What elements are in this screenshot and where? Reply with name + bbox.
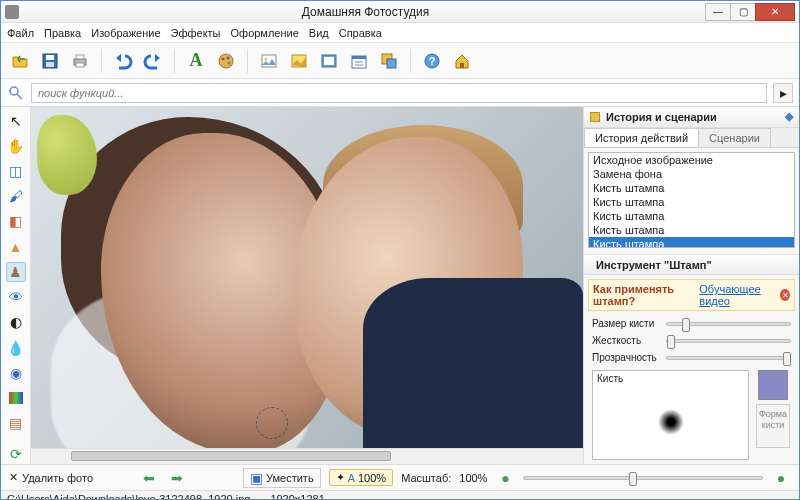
paint-tool[interactable]: ▲ <box>6 237 26 256</box>
photo-image <box>31 107 583 448</box>
history-item[interactable]: Кисть штампа <box>589 181 794 195</box>
palette-button[interactable] <box>213 48 239 74</box>
layers-tool[interactable]: ▤ <box>6 414 26 433</box>
history-icon <box>590 112 600 122</box>
close-button[interactable]: ✕ <box>755 3 795 21</box>
svg-line-25 <box>17 94 22 99</box>
calendar-button[interactable] <box>346 48 372 74</box>
brush-tool[interactable]: 🖌 <box>6 187 26 206</box>
svg-point-6 <box>219 54 233 68</box>
svg-point-9 <box>228 61 231 64</box>
svg-rect-4 <box>76 55 84 59</box>
wand-icon: ✦ <box>336 471 345 484</box>
window-title: Домашняя Фотостудия <box>25 5 706 19</box>
svg-point-8 <box>227 56 230 59</box>
brush-preview: Кисть <box>592 370 749 460</box>
refresh-tool[interactable]: ⟳ <box>6 445 26 464</box>
svg-rect-1 <box>46 55 54 60</box>
hint-close-icon[interactable]: ✕ <box>780 289 790 301</box>
pointer-tool[interactable]: ↖ <box>6 111 26 130</box>
svg-rect-2 <box>46 62 54 67</box>
menu-view[interactable]: Вид <box>309 27 329 39</box>
svg-point-7 <box>222 57 225 60</box>
tab-history[interactable]: История действий <box>584 128 699 148</box>
delete-photo-button[interactable]: ✕Удалить фото <box>9 471 93 484</box>
tool-palette: ↖ ✋ ◫ 🖌 ◧ ▲ ♟ 👁 ◐ 💧 ◉ ▤ ⟳ <box>1 107 31 464</box>
history-item[interactable]: Исходное изображение <box>589 153 794 167</box>
menu-effects[interactable]: Эффекты <box>171 27 221 39</box>
history-item[interactable]: Кисть штампа <box>589 209 794 223</box>
sharpen-tool[interactable]: ◉ <box>6 363 26 382</box>
fit-button[interactable]: ▣ Уместить <box>243 468 321 488</box>
history-list[interactable]: Исходное изображение Замена фона Кисть ш… <box>588 152 795 248</box>
minimize-button[interactable]: — <box>705 3 731 21</box>
collage-button[interactable] <box>376 48 402 74</box>
search-go-button[interactable]: ▸ <box>773 83 793 103</box>
search-icon <box>7 84 25 102</box>
status-dims: 1920x1281 <box>270 493 324 500</box>
redo-button[interactable] <box>140 48 166 74</box>
brush-shape-button[interactable]: Форма кисти <box>756 404 790 448</box>
tab-scenarios[interactable]: Сценарии <box>698 128 771 148</box>
delete-icon: ✕ <box>9 471 18 484</box>
undo-button[interactable] <box>110 48 136 74</box>
image1-button[interactable] <box>256 48 282 74</box>
brush-label: Кисть <box>597 373 623 384</box>
stamp-cursor <box>256 407 288 439</box>
print-button[interactable] <box>67 48 93 74</box>
next-button[interactable]: ➡ <box>167 468 187 488</box>
opacity-slider[interactable] <box>666 356 791 360</box>
maximize-button[interactable]: ▢ <box>730 3 756 21</box>
menu-help[interactable]: Справка <box>339 27 382 39</box>
svg-rect-20 <box>387 59 396 68</box>
history-item[interactable]: Кисть штампа <box>589 195 794 209</box>
svg-rect-14 <box>324 57 334 65</box>
hard-slider[interactable] <box>666 339 791 343</box>
instrument-title: Инструмент "Штамп" <box>596 259 712 271</box>
prev-button[interactable]: ⬅ <box>139 468 159 488</box>
menubar: Файл Правка Изображение Эффекты Оформлен… <box>1 23 799 43</box>
menu-decor[interactable]: Оформление <box>231 27 299 39</box>
crop-tool[interactable]: ◫ <box>6 161 26 180</box>
eye-tool[interactable]: 👁 <box>6 288 26 307</box>
rgb-tool[interactable] <box>6 388 26 407</box>
contrast-tool[interactable]: ◐ <box>6 313 26 332</box>
stamp-tool[interactable]: ♟ <box>6 262 26 281</box>
history-item[interactable]: Замена фона <box>589 167 794 181</box>
history-item[interactable]: Кисть штампа <box>589 237 794 248</box>
size-slider[interactable] <box>666 322 791 326</box>
search-input[interactable] <box>31 83 767 103</box>
image2-button[interactable] <box>286 48 312 74</box>
svg-point-11 <box>265 57 268 60</box>
blur-tool[interactable]: 💧 <box>6 338 26 357</box>
collapse-icon[interactable]: ◆ <box>785 110 793 123</box>
help-button[interactable]: ? <box>419 48 445 74</box>
svg-point-24 <box>10 87 18 95</box>
zoom-in-button[interactable]: ● <box>771 468 791 488</box>
zoom-out-button[interactable]: ● <box>495 468 515 488</box>
eraser-tool[interactable]: ◧ <box>6 212 26 231</box>
opacity-label: Прозрачность <box>592 352 660 363</box>
zoom-badge[interactable]: ✦A100% <box>329 469 393 486</box>
menu-edit[interactable]: Правка <box>44 27 81 39</box>
svg-text:?: ? <box>429 55 436 67</box>
home-button[interactable] <box>449 48 475 74</box>
hint-bar: Как применять штамп? Обучающее видео ✕ <box>588 279 795 311</box>
menu-image[interactable]: Изображение <box>91 27 160 39</box>
h-scrollbar[interactable] <box>31 448 583 464</box>
scale-label: Масштаб: <box>401 472 451 484</box>
color-swatch[interactable] <box>758 370 788 400</box>
zoom-slider[interactable] <box>523 476 763 480</box>
canvas[interactable] <box>31 107 583 448</box>
frame-button[interactable] <box>316 48 342 74</box>
hand-tool[interactable]: ✋ <box>6 136 26 155</box>
svg-rect-16 <box>352 56 366 59</box>
menu-file[interactable]: Файл <box>7 27 34 39</box>
svg-rect-10 <box>262 55 276 67</box>
main-toolbar: A ? <box>1 43 799 79</box>
hint-link[interactable]: Обучающее видео <box>699 283 776 307</box>
save-button[interactable] <box>37 48 63 74</box>
history-item[interactable]: Кисть штампа <box>589 223 794 237</box>
open-button[interactable] <box>7 48 33 74</box>
text-tool-button[interactable]: A <box>183 48 209 74</box>
